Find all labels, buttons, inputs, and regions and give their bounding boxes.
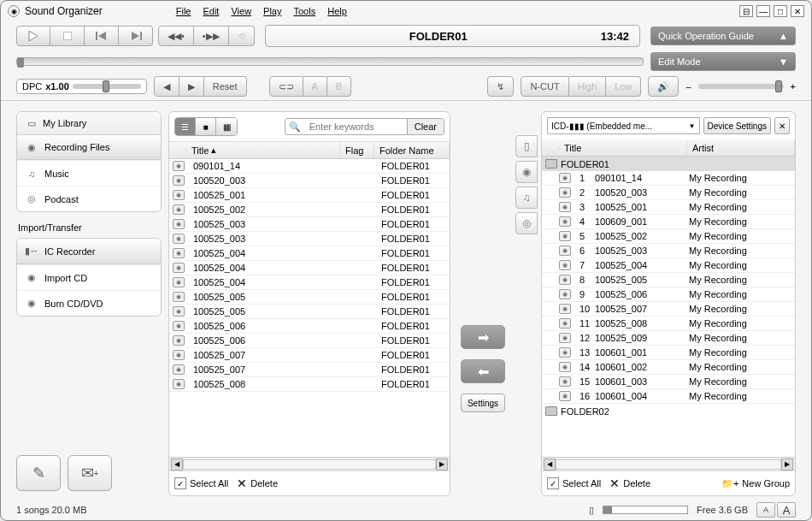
table-row[interactable]: ◉100525_004FOLDER01 <box>169 261 450 275</box>
table-row[interactable]: ◉16100601_004My Recording <box>542 389 795 404</box>
folder-row[interactable]: FOLDER01 <box>542 157 795 171</box>
r-select-all-button[interactable]: ✓Select All <box>547 477 601 489</box>
menu-help[interactable]: Help <box>327 6 347 16</box>
table-row[interactable]: ◉100525_004FOLDER01 <box>169 246 450 261</box>
delete-button[interactable]: ✕Delete <box>237 477 278 490</box>
table-row[interactable]: ◉100525_002FOLDER01 <box>169 203 450 217</box>
table-row[interactable]: ◉100525_006FOLDER01 <box>169 334 450 348</box>
table-row[interactable]: ◉100525_003FOLDER01 <box>169 232 450 246</box>
table-row[interactable]: ◉9100525_006My Recording <box>542 287 795 302</box>
mail-button[interactable]: ✉+ <box>68 455 112 491</box>
table-row[interactable]: ◉100525_004FOLDER01 <box>169 275 450 290</box>
next-button[interactable] <box>119 26 153 46</box>
transfer-settings-button[interactable]: Settings <box>461 394 505 412</box>
nav-import-cd[interactable]: ◉Import CD <box>17 264 161 290</box>
nav-burn-cd[interactable]: ◉Burn CD/DVD <box>17 290 161 316</box>
ab-b-button[interactable]: B <box>327 76 351 97</box>
ncut-button[interactable]: N-CUT <box>521 76 568 97</box>
table-row[interactable]: ◉12100525_009My Recording <box>542 331 795 346</box>
transfer-left-button[interactable]: ⬅ <box>461 359 505 383</box>
table-row[interactable]: ◉7100525_004My Recording <box>542 258 795 273</box>
view-list-icon[interactable]: ☰ <box>175 118 196 135</box>
menu-play[interactable]: Play <box>263 6 281 16</box>
tab-podcast-icon[interactable]: ◎ <box>515 212 538 234</box>
r-hscrollbar[interactable]: ◀ ▶ <box>542 457 795 471</box>
window-minimize-icon[interactable]: — <box>756 5 770 17</box>
easy-search-button[interactable]: ↯ <box>487 76 514 97</box>
window-close-icon[interactable]: ✕ <box>791 5 804 17</box>
table-row[interactable]: ◉090101_14FOLDER01 <box>169 159 450 174</box>
forward-button[interactable]: •▶▶ <box>194 26 229 46</box>
table-row[interactable]: ◉8100525_005My Recording <box>542 273 795 287</box>
table-row[interactable]: ◉100525_007FOLDER01 <box>169 363 450 377</box>
nav-music[interactable]: ♫Music <box>17 160 161 186</box>
table-row[interactable]: ◉100525_001FOLDER01 <box>169 188 450 203</box>
table-row[interactable]: ◉100520_003FOLDER01 <box>169 174 450 188</box>
menu-file[interactable]: File <box>176 6 191 16</box>
loop-button[interactable]: ⊂⊃ <box>269 76 303 97</box>
table-row[interactable]: ◉5100525_002My Recording <box>542 229 795 244</box>
r-scroll-left-icon[interactable]: ◀ <box>544 459 556 471</box>
device-settings-button[interactable]: Device Settings <box>703 117 771 134</box>
col-flag[interactable]: Flag <box>340 143 374 158</box>
r-delete-button[interactable]: ✕Delete <box>609 477 650 490</box>
progress-slider[interactable] <box>16 57 644 66</box>
select-all-button[interactable]: ✓Select All <box>174 477 228 489</box>
view-calendar-icon[interactable]: ▦ <box>216 118 237 135</box>
stop-button[interactable] <box>50 26 85 46</box>
table-row[interactable]: ◉1090101_14My Recording <box>542 171 795 186</box>
prev-button[interactable] <box>85 26 119 46</box>
hscrollbar[interactable]: ◀ ▶ <box>169 457 450 471</box>
table-row[interactable]: ◉100525_008FOLDER01 <box>169 377 450 392</box>
ncut-low-button[interactable]: Low <box>606 76 641 97</box>
table-row[interactable]: ◉3100525_001My Recording <box>542 200 795 215</box>
table-row[interactable]: ◉15100601_003My Recording <box>542 375 795 389</box>
col-folder[interactable]: Folder Name <box>374 143 450 158</box>
table-row[interactable]: ◉2100520_003My Recording <box>542 186 795 200</box>
tab-speech-icon[interactable]: ◉ <box>515 161 538 183</box>
ncut-high-button[interactable]: High <box>569 76 607 97</box>
volume-icon[interactable]: 🔊 <box>648 76 679 97</box>
search-input[interactable] <box>304 120 407 133</box>
menu-edit[interactable]: Edit <box>203 6 219 16</box>
font-large-button[interactable]: A <box>777 502 796 518</box>
col-icon[interactable] <box>169 148 186 153</box>
r-col-artist[interactable]: Artist <box>687 140 795 156</box>
table-row[interactable]: ◉6100525_003My Recording <box>542 244 795 258</box>
transfer-right-button[interactable]: ➡ <box>461 325 505 349</box>
tab-music-icon[interactable]: ♫ <box>515 186 538 209</box>
table-row[interactable]: ◉100525_006FOLDER01 <box>169 319 450 334</box>
view-folder-icon[interactable]: ■ <box>196 118 216 135</box>
tab-device-icon[interactable]: ▯ <box>515 135 538 157</box>
device-file-list[interactable]: FOLDER01◉1090101_14My Recording◉2100520_… <box>542 157 795 457</box>
device-close-button[interactable]: ✕ <box>774 117 790 134</box>
ab-a-button[interactable]: A <box>303 76 327 97</box>
menu-view[interactable]: View <box>231 6 251 16</box>
new-group-button[interactable]: 📁+New Group <box>721 478 790 489</box>
table-row[interactable]: ◉14100601_002My Recording <box>542 360 795 375</box>
table-row[interactable]: ◉100525_005FOLDER01 <box>169 305 450 319</box>
dpc-next-button[interactable]: ▶ <box>179 76 204 97</box>
volume-slider[interactable] <box>698 84 784 89</box>
play-button[interactable] <box>16 26 50 46</box>
dpc-prev-button[interactable]: ◀ <box>154 76 179 97</box>
r-scroll-right-icon[interactable]: ▶ <box>781 459 793 471</box>
repeat-button[interactable]: ⟲ <box>229 26 255 46</box>
r-col-icon[interactable] <box>542 145 559 151</box>
search-clear-button[interactable]: Clear <box>407 119 444 134</box>
quick-guide-button[interactable]: Quick Operation Guide▲ <box>650 27 796 45</box>
r-col-title[interactable]: Title <box>559 140 687 156</box>
dpc-slider[interactable] <box>73 84 141 89</box>
table-row[interactable]: ◉100525_005FOLDER01 <box>169 290 450 305</box>
nav-ic-recorder[interactable]: ▮↔IC Recorder <box>17 239 161 264</box>
font-small-button[interactable]: A <box>756 502 775 518</box>
table-row[interactable]: ◉10100525_007My Recording <box>542 302 795 317</box>
dpc-reset-button[interactable]: Reset <box>204 76 247 97</box>
rewind-button[interactable]: ◀◀• <box>158 26 194 46</box>
window-tray-icon[interactable]: ⊟ <box>739 5 753 17</box>
edit-note-button[interactable]: ✎ <box>16 455 61 491</box>
col-title[interactable]: Title ▴ <box>186 142 340 158</box>
table-row[interactable]: ◉100525_003FOLDER01 <box>169 217 450 232</box>
window-maximize-icon[interactable]: □ <box>774 5 787 17</box>
scroll-left-icon[interactable]: ◀ <box>171 459 183 471</box>
